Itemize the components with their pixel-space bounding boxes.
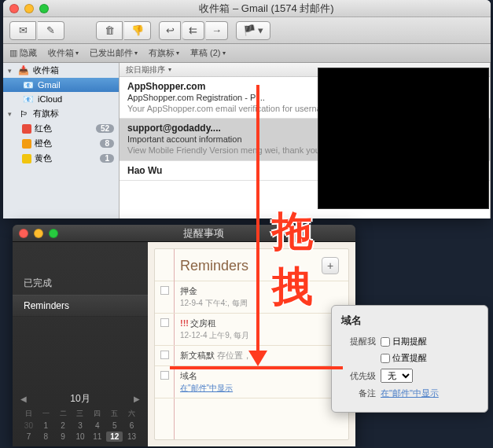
- show-in-mail-link[interactable]: 在"邮件"中显示: [180, 383, 233, 394]
- junk-button[interactable]: 👎: [124, 21, 151, 40]
- sidebar-icloud[interactable]: 📧 iCloud: [3, 92, 119, 106]
- reminders-content: Reminders + 押金 12-9-4 下午4:, 每周 !!!交房租 12…: [148, 242, 355, 446]
- favorites-bar: ▥ 隐藏 收件箱▾ 已发出邮件▾ 有旗标▾ 草稿 (2)▾: [3, 44, 491, 63]
- sidebar-label: 黄色: [35, 152, 97, 164]
- chevron-down-icon: ▾: [134, 50, 138, 57]
- minimize-button[interactable]: [24, 4, 34, 13]
- reply-all-button[interactable]: ⇇: [182, 21, 204, 40]
- reminder-checkbox[interactable]: [160, 371, 169, 380]
- message-preview-pane: [318, 68, 489, 209]
- sidebar-label: iCloud: [38, 94, 114, 104]
- note-label: 备注: [341, 387, 376, 399]
- sidebar-flag-orange[interactable]: 橙色 8: [3, 136, 119, 151]
- chevron-down-icon: ▾: [75, 50, 79, 57]
- mail-window: 收件箱 – Gmail (1574 封邮件) ✉ ✎ 🗑 👎 ↩ ⇇ → 🏴 ▾…: [3, 0, 491, 218]
- sidebar-flag-red[interactable]: 红色 52: [3, 121, 119, 136]
- titlebar: 提醒事项: [13, 225, 355, 242]
- sidebar-flagged[interactable]: ▾ 🏳 有旗标: [3, 106, 119, 121]
- count-badge: 52: [96, 124, 114, 133]
- hide-label: 隐藏: [20, 47, 37, 59]
- flag-button[interactable]: 🏴 ▾: [236, 21, 270, 40]
- disclosure-icon: ▾: [8, 110, 14, 118]
- hide-icon: ▥: [9, 48, 17, 58]
- reminder-title: !!!交房租: [180, 318, 340, 329]
- mailbox-sidebar: ▾ 📥 收件箱 📧 Gmail 📧 iCloud ▾ 🏳 有旗标 红色 52: [3, 63, 120, 218]
- mailbox-icon: 📧: [22, 79, 35, 90]
- chevron-down-icon: ▾: [168, 66, 171, 73]
- mini-calendar: ◀ 10月 ▶ 日一二三四五六 30123456 78910111213: [13, 387, 148, 446]
- reminder-item[interactable]: 押金 12-9-4 下午4:, 每周: [155, 281, 348, 314]
- flag-red-icon: [22, 124, 31, 134]
- flag-yellow-icon: [22, 154, 31, 163]
- sidebar-inbox[interactable]: ▾ 📥 收件箱: [3, 63, 119, 78]
- toolbar: ✉ ✎ 🗑 👎 ↩ ⇇ → 🏴 ▾: [3, 17, 491, 44]
- get-mail-button[interactable]: ✉: [9, 21, 36, 40]
- compose-button[interactable]: ✎: [38, 21, 64, 40]
- traffic-lights: [19, 229, 58, 238]
- count-badge: 8: [100, 139, 114, 148]
- sidebar-label: 橙色: [35, 138, 97, 149]
- prev-month-button[interactable]: ◀: [20, 395, 27, 403]
- reminder-title: 押金: [180, 285, 340, 297]
- flag-orange-icon: [22, 139, 31, 149]
- sidebar-label: Gmail: [38, 80, 114, 90]
- sidebar-flag-yellow[interactable]: 黄色 1: [3, 151, 119, 166]
- forward-button[interactable]: →: [206, 21, 228, 40]
- svg-rect-2: [22, 154, 31, 163]
- date-remind-checkbox[interactable]: 日期提醒: [381, 336, 427, 347]
- next-month-button[interactable]: ▶: [134, 395, 140, 403]
- reminders-sidebar: 已完成 Reminders ◀ 10月 ▶ 日一二三四五六 30123456 7…: [13, 242, 148, 446]
- flag-icon: 🏳: [17, 108, 30, 119]
- priority-label: 优先级: [341, 370, 376, 382]
- add-reminder-button[interactable]: +: [322, 257, 339, 274]
- fav-flagged[interactable]: 有旗标▾: [149, 47, 179, 59]
- window-title: 提醒事项: [58, 226, 349, 241]
- weekday-row: 日一二三四五六: [20, 409, 140, 419]
- mailbox-icon: 📧: [22, 94, 35, 105]
- reminder-title: 新文稿默 存位置，: [180, 350, 340, 362]
- titlebar: 收件箱 – Gmail (1574 封邮件): [3, 0, 491, 17]
- archive-button[interactable]: 🗑: [96, 21, 123, 40]
- priority-indicator: !!!: [180, 318, 189, 328]
- sidebar-label: 红色: [35, 123, 93, 134]
- priority-select[interactable]: 无: [381, 369, 413, 383]
- sidebar-label: 有旗标: [33, 108, 114, 119]
- reminder-checkbox[interactable]: [160, 286, 169, 295]
- zoom-button[interactable]: [39, 4, 49, 13]
- popover-title: 域名: [341, 314, 478, 328]
- sidebar-label: 收件箱: [33, 64, 114, 76]
- remind-label: 提醒我: [341, 336, 376, 347]
- reminder-checkbox[interactable]: [160, 318, 169, 327]
- reminder-meta: 12-9-4 下午4:, 每周: [180, 298, 340, 309]
- chevron-down-icon: ▾: [176, 50, 179, 57]
- svg-rect-0: [22, 124, 31, 134]
- close-button[interactable]: [19, 229, 28, 238]
- zoom-button[interactable]: [49, 229, 58, 238]
- fav-inbox[interactable]: 收件箱▾: [48, 47, 79, 59]
- minimize-button[interactable]: [34, 229, 43, 238]
- reminder-item[interactable]: 新文稿默 存位置，: [155, 346, 348, 366]
- fav-sent[interactable]: 已发出邮件▾: [90, 47, 138, 59]
- sidebar-gmail[interactable]: 📧 Gmail: [3, 78, 119, 92]
- reminder-checkbox[interactable]: [160, 351, 169, 359]
- close-button[interactable]: [9, 4, 19, 13]
- list-completed[interactable]: 已完成: [13, 272, 148, 295]
- location-remind-checkbox[interactable]: 位置提醒: [381, 352, 427, 364]
- chevron-down-icon: ▾: [223, 50, 226, 57]
- reminder-detail-popover: 域名 提醒我 日期提醒 位置提醒 优先级 无 备注 在"邮件"中显示: [331, 305, 488, 413]
- reminder-item[interactable]: !!!交房租 12-12-4 上午9, 每月: [155, 314, 348, 346]
- reminder-meta: 12-12-4 上午9, 每月: [180, 330, 340, 341]
- list-reminders[interactable]: Reminders: [13, 295, 148, 317]
- svg-rect-1: [22, 139, 31, 149]
- show-in-mail-link[interactable]: 在"邮件"中显示: [381, 387, 439, 399]
- reminder-item[interactable]: 域名 在"邮件"中显示: [155, 366, 348, 398]
- reminder-title: 域名: [180, 370, 340, 382]
- count-badge: 1: [100, 154, 114, 163]
- fav-drafts[interactable]: 草稿 (2)▾: [190, 47, 226, 59]
- window-title: 收件箱 – Gmail (1574 封邮件): [49, 2, 484, 16]
- calendar-month: 10月: [70, 392, 90, 406]
- hide-sidebar-button[interactable]: ▥ 隐藏: [9, 47, 37, 59]
- calendar-grid[interactable]: 30123456 78910111213: [20, 420, 140, 442]
- reminders-window: 提醒事项 已完成 Reminders ◀ 10月 ▶ 日一二三四五六 30123…: [13, 225, 355, 446]
- reply-button[interactable]: ↩: [159, 21, 181, 40]
